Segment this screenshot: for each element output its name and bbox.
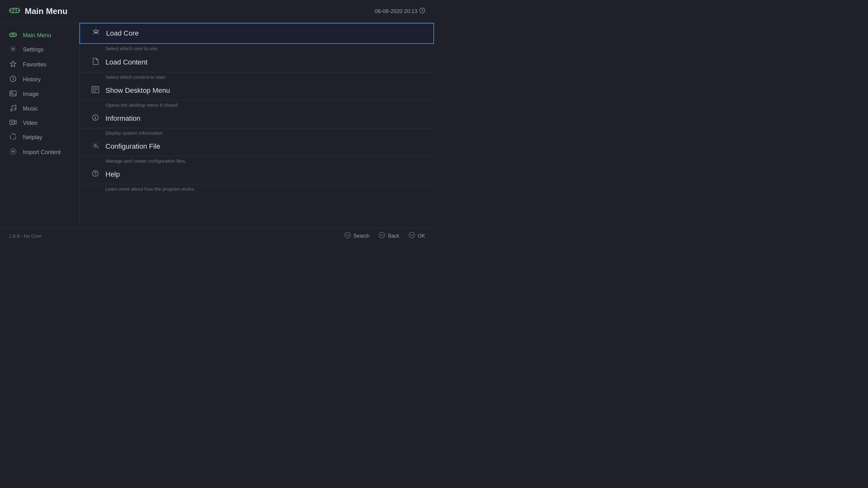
ok-btn-icon	[408, 232, 415, 240]
menu-item-information[interactable]: Information	[80, 109, 434, 128]
image-icon	[9, 90, 17, 98]
sidebar-item-favorites[interactable]: Favorites	[0, 57, 79, 72]
svg-point-52	[381, 235, 382, 236]
sidebar-label-music: Music	[23, 105, 38, 112]
svg-point-40	[94, 145, 96, 147]
menu-item-show-desktop-menu[interactable]: Show Desktop Menu	[80, 81, 434, 100]
load-core-label: Load Core	[106, 29, 139, 37]
search-action[interactable]: Search	[344, 232, 370, 240]
page-title: Main Menu	[25, 6, 67, 16]
sidebar-item-music[interactable]: Music	[0, 101, 79, 116]
sidebar-label-netplay: Netplay	[23, 134, 42, 141]
video-icon	[9, 119, 17, 127]
sidebar-item-import-content[interactable]: Import Content	[0, 145, 79, 160]
information-label: Information	[105, 114, 141, 123]
show-desktop-menu-icon	[91, 86, 100, 95]
datetime-text: 06-08-2020 20:13	[375, 8, 417, 14]
svg-line-9	[422, 10, 424, 11]
svg-point-39	[95, 116, 96, 117]
menu-item-main-help: Help	[91, 170, 423, 179]
history-icon	[9, 75, 17, 84]
show-desktop-menu-label: Show Desktop Menu	[105, 86, 170, 95]
content-area: Load Core Select which core to use. Load…	[80, 23, 434, 227]
back-btn-icon	[378, 232, 385, 240]
svg-point-4	[18, 10, 19, 11]
sidebar-label-main-menu: Main Menu	[23, 32, 51, 39]
ok-action[interactable]: OK	[408, 232, 425, 240]
menu-item-load-content[interactable]: Load Content	[80, 53, 434, 72]
back-label: Back	[388, 233, 399, 239]
bottom-bar: 1.8.8 - No Core Search	[0, 227, 434, 244]
svg-rect-16	[13, 34, 13, 35]
sidebar-item-video[interactable]: Video	[0, 116, 79, 130]
sidebar-item-image[interactable]: Image	[0, 87, 79, 101]
load-core-desc: Select which core to use.	[80, 44, 434, 53]
svg-point-28	[10, 134, 16, 140]
svg-rect-20	[10, 91, 16, 96]
netplay-icon	[9, 133, 17, 142]
load-content-icon	[91, 58, 100, 67]
sidebar-item-history[interactable]: History	[0, 72, 79, 87]
svg-point-51	[380, 235, 381, 236]
sidebar-item-main-menu[interactable]: Main Menu	[0, 29, 79, 42]
main-menu-icon	[9, 32, 17, 39]
menu-item-main-load-content: Load Content	[91, 58, 423, 67]
search-label: Search	[353, 233, 370, 239]
menu-item-main-information: Information	[91, 114, 423, 123]
sidebar-item-settings[interactable]: Settings	[0, 42, 79, 57]
menu-item-main-load-core: Load Core	[92, 29, 422, 38]
top-bar-left: Main Menu	[9, 6, 67, 16]
svg-point-13	[10, 34, 11, 35]
information-icon	[91, 114, 100, 123]
information-desc: Display system information.	[80, 128, 434, 137]
favorites-icon	[9, 60, 17, 69]
configuration-file-desc: Manage and create configuration files.	[80, 156, 434, 165]
svg-point-53	[382, 235, 383, 236]
main-layout: Main Menu Settings Favorites	[0, 23, 434, 227]
search-btn-icon	[344, 232, 351, 240]
sidebar-label-settings: Settings	[23, 47, 43, 53]
svg-point-56	[411, 235, 412, 236]
sidebar-label-video: Video	[23, 120, 37, 126]
svg-point-57	[412, 235, 413, 236]
svg-point-14	[15, 34, 16, 35]
menu-item-main-configuration-file: Configuration File	[91, 142, 423, 151]
sidebar-label-image: Image	[23, 91, 39, 97]
svg-point-21	[11, 92, 12, 93]
settings-icon	[9, 45, 17, 54]
svg-point-55	[410, 235, 411, 236]
ok-label: OK	[418, 233, 425, 239]
menu-item-configuration-file[interactable]: Configuration File	[80, 137, 434, 156]
help-desc: Learn more about how the program works.	[80, 184, 434, 193]
app-logo-icon	[9, 6, 20, 16]
svg-point-32	[95, 31, 97, 33]
menu-item-help[interactable]: Help	[80, 165, 434, 184]
music-icon	[9, 104, 17, 113]
import-content-icon	[9, 148, 17, 157]
svg-point-48	[347, 235, 348, 236]
sidebar-label-favorites: Favorites	[23, 61, 46, 68]
sidebar-item-netplay[interactable]: Netplay	[0, 130, 79, 145]
sidebar: Main Menu Settings Favorites	[0, 23, 80, 227]
svg-point-45	[95, 175, 96, 175]
svg-point-3	[10, 10, 11, 11]
svg-point-49	[348, 235, 349, 236]
svg-rect-6	[14, 9, 15, 10]
top-bar: Main Menu 06-08-2020 20:13	[0, 0, 434, 23]
version-text: 1.8.8 - No Core	[9, 233, 42, 239]
menu-item-main-show-desktop-menu: Show Desktop Menu	[91, 86, 423, 95]
menu-item-load-core[interactable]: Load Core	[80, 23, 434, 44]
back-action[interactable]: Back	[378, 232, 399, 240]
sidebar-label-import-content: Import Content	[23, 149, 61, 156]
clock-icon	[420, 8, 425, 15]
configuration-file-icon	[91, 142, 100, 151]
show-desktop-menu-desc: Opens the desktop menu if closed.	[80, 100, 434, 109]
datetime-display: 06-08-2020 20:13	[375, 8, 425, 15]
help-label: Help	[105, 170, 120, 179]
help-icon	[91, 170, 100, 179]
svg-point-47	[346, 235, 347, 236]
sidebar-label-history: History	[23, 76, 41, 83]
svg-point-17	[12, 48, 14, 50]
load-content-label: Load Content	[105, 58, 148, 66]
configuration-file-label: Configuration File	[105, 142, 160, 151]
